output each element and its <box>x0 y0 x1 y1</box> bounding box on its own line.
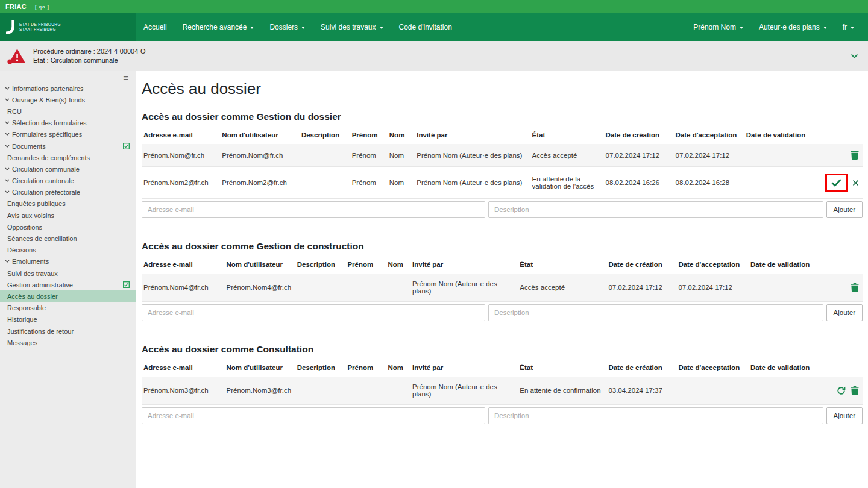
sections-container: Accès au dossier comme Gestion du dossie… <box>142 111 863 424</box>
add-button[interactable]: Ajouter <box>826 304 863 321</box>
menu-toggle-icon[interactable]: ≡ <box>0 72 136 83</box>
column-header: Nom <box>386 358 410 377</box>
sidebar-item[interactable]: Circulation cantonale <box>0 175 136 187</box>
check-icon <box>123 281 131 288</box>
sidebar-item[interactable]: Accès au dossier <box>0 290 136 302</box>
warning-icon <box>7 48 25 64</box>
chevron-down-icon <box>250 27 254 29</box>
nav-item-label: Prénom Nom <box>693 23 736 31</box>
sidebar-item[interactable]: Informations partenaires <box>0 83 136 94</box>
delete-icon[interactable] <box>851 151 859 160</box>
nav-item[interactable]: Auteur·e des plans <box>751 13 835 41</box>
email-input[interactable] <box>142 201 485 218</box>
column-header: Prénom <box>345 358 386 377</box>
sidebar-item[interactable]: Sélection des formulaires <box>0 117 136 129</box>
delete-icon[interactable] <box>851 283 859 292</box>
nav-item-label: Dossiers <box>269 23 298 31</box>
sidebar-item[interactable]: Responsable <box>0 302 136 314</box>
access-section: Accès au dossier comme Gestion de constr… <box>142 241 863 321</box>
nav-item[interactable]: Suivi des travaux <box>313 13 391 41</box>
sidebar-item[interactable]: Historique <box>0 314 136 325</box>
sidebar-item[interactable]: Justifications de retour <box>0 325 136 337</box>
add-button[interactable]: Ajouter <box>826 201 863 218</box>
chevron-down-icon <box>380 27 383 29</box>
sidebar-item-label: Ouvrage & Bien(s)-fonds <box>12 96 85 104</box>
column-header: Date d'acceptation <box>676 358 749 377</box>
sidebar-item[interactable]: Avis aux voisins <box>0 210 136 221</box>
cell: 08.02.2024 16:28 <box>674 167 744 199</box>
nav-item-label: Auteur·e des plans <box>759 23 820 31</box>
cell: 03.04.2024 17:37 <box>606 377 676 405</box>
reject-icon[interactable] <box>852 180 859 186</box>
cell: Accès accepté <box>530 144 604 167</box>
sidebar-item[interactable]: Suivi des travaux <box>0 267 136 279</box>
add-button[interactable]: Ajouter <box>826 407 863 424</box>
delete-icon[interactable] <box>851 386 859 395</box>
column-header: Adresse e-mail <box>142 358 225 377</box>
sidebar-item[interactable]: Ouvrage & Bien(s)-fonds <box>0 94 136 105</box>
sidebar-item-label: Messages <box>7 339 37 346</box>
nav-menu: Accueil Recherche avancée Dossiers Suivi… <box>136 13 460 41</box>
sidebar-item-label: Circulation cantonale <box>12 177 74 184</box>
friac-app: FRIAC [ qa ] ETAT DE FRIBOURG STAAT FREI… <box>0 0 868 488</box>
sidebar-item[interactable]: Emoluments <box>0 256 136 267</box>
column-header-actions <box>816 358 863 377</box>
table-header-row: Adresse e-mailNom d'utilisateurDescripti… <box>142 126 863 144</box>
sidebar-item-label: Accès au dossier <box>7 293 58 300</box>
nav-user-menu: Prénom Nom Auteur·e des plans fr <box>685 13 868 41</box>
sidebar-item-label: Sélection des formulaires <box>12 119 87 127</box>
sidebar-item-label: Gestion administrative <box>7 281 73 289</box>
description-input[interactable] <box>488 304 823 321</box>
nav-item-label: fr <box>843 23 847 31</box>
email-input[interactable] <box>142 407 485 424</box>
cell <box>295 274 346 302</box>
resend-icon[interactable] <box>837 386 846 395</box>
cell: Prénom.Nom2@fr.ch <box>220 167 300 199</box>
sidebar-item[interactable]: Enquêtes publiques <box>0 198 136 210</box>
cell: 07.02.2024 17:12 <box>604 144 674 167</box>
description-input[interactable] <box>488 201 823 218</box>
sidebar-item-label: Historique <box>7 316 37 323</box>
sidebar-item[interactable]: Documents <box>0 140 136 152</box>
chevron-down-icon <box>851 27 854 29</box>
sidebar-item-label: RCU <box>7 108 22 115</box>
nav-item-label: Code d'invitation <box>399 23 452 31</box>
chevron-down-icon <box>5 260 12 263</box>
nav-item[interactable]: Prénom Nom <box>685 13 751 41</box>
sidebar-item[interactable]: Oppositions <box>0 221 136 233</box>
cell: Prénom.Nom@fr.ch <box>220 144 300 167</box>
chevron-down-icon <box>5 167 12 171</box>
sidebar-item-label: Circulation communale <box>12 166 80 173</box>
topbar: FRIAC [ qa ] <box>0 0 868 13</box>
approve-icon[interactable] <box>831 178 841 187</box>
access-row: Prénom.Nom@fr.chPrénom.Nom@fr.chPrénomNo… <box>142 144 863 167</box>
sidebar-item[interactable]: Circulation communale <box>0 163 136 175</box>
sidebar-item[interactable]: Messages <box>0 337 136 348</box>
access-section: Accès au dossier comme Consultation Adre… <box>142 344 863 424</box>
sidebar-item[interactable]: Gestion administrative <box>0 279 136 290</box>
sidebar-item[interactable]: Décisions <box>0 245 136 256</box>
sidebar-item[interactable]: Demandes de compléments <box>0 152 136 163</box>
nav-item[interactable]: Code d'invitation <box>391 13 460 41</box>
sidebar-item-label: Circulation préfectorale <box>12 189 80 196</box>
collapse-chevron-icon[interactable] <box>851 54 858 59</box>
description-input[interactable] <box>488 407 823 424</box>
nav-item[interactable]: Accueil <box>136 13 175 41</box>
column-header: Nom d'utilisateur <box>225 358 295 377</box>
sidebar-item[interactable]: RCU <box>0 105 136 117</box>
chevron-down-icon <box>823 27 827 29</box>
nav-item[interactable]: fr <box>835 13 862 41</box>
column-header: Adresse e-mail <box>142 255 225 274</box>
email-input[interactable] <box>142 304 485 321</box>
logo-text-line1: ETAT DE FRIBOURG <box>19 22 61 27</box>
nav-item[interactable]: Dossiers <box>262 13 313 41</box>
sidebar-item[interactable]: Circulation préfectorale <box>0 187 136 198</box>
cell <box>749 274 816 302</box>
nav-item[interactable]: Recherche avancée <box>175 13 262 41</box>
column-header: Date de création <box>604 126 674 144</box>
sidebar-item-label: Informations partenaires <box>12 85 84 92</box>
sidebar-item[interactable]: Formulaires spécifiques <box>0 129 136 140</box>
cell: Accès accepté <box>518 274 606 302</box>
cell <box>345 274 386 302</box>
sidebar-item[interactable]: Séances de conciliation <box>0 233 136 244</box>
